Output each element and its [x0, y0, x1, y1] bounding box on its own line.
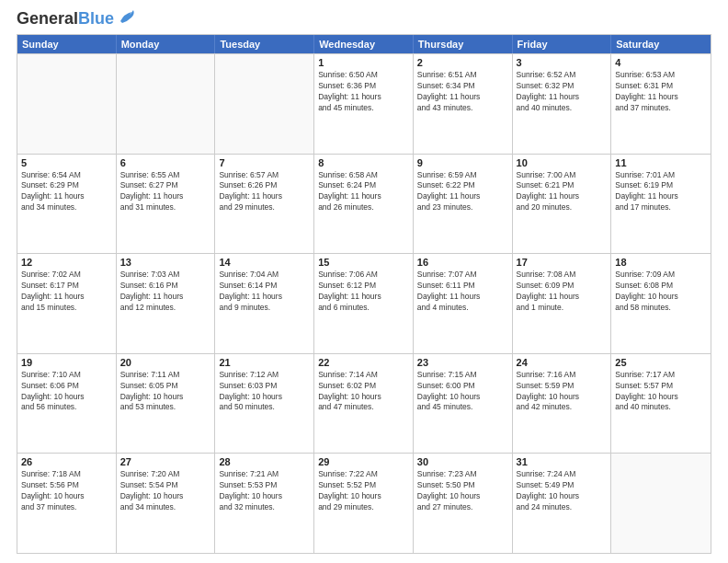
day-number: 22	[318, 357, 409, 368]
day-info: Sunrise: 7:10 AM Sunset: 6:06 PM Dayligh…	[21, 370, 112, 414]
day-info: Sunrise: 6:50 AM Sunset: 6:36 PM Dayligh…	[318, 70, 409, 114]
day-info: Sunrise: 7:00 AM Sunset: 6:21 PM Dayligh…	[517, 170, 608, 214]
cal-cell: 29Sunrise: 7:22 AM Sunset: 5:52 PM Dayli…	[314, 454, 414, 553]
cal-cell: 13Sunrise: 7:03 AM Sunset: 6:16 PM Dayli…	[117, 254, 216, 353]
day-number: 8	[318, 157, 409, 168]
cal-cell: 19Sunrise: 7:10 AM Sunset: 6:06 PM Dayli…	[17, 354, 117, 454]
day-number: 16	[417, 257, 508, 268]
day-number: 14	[219, 257, 310, 268]
calendar-body: 1Sunrise: 6:50 AM Sunset: 6:36 PM Daylig…	[17, 53, 711, 553]
day-info: Sunrise: 7:09 AM Sunset: 6:08 PM Dayligh…	[615, 270, 707, 314]
cal-cell	[611, 454, 711, 553]
cal-cell: 28Sunrise: 7:21 AM Sunset: 5:53 PM Dayli…	[215, 454, 314, 553]
day-info: Sunrise: 7:01 AM Sunset: 6:19 PM Dayligh…	[615, 170, 707, 214]
day-info: Sunrise: 6:55 AM Sunset: 6:27 PM Dayligh…	[120, 170, 211, 214]
header-day-saturday: Saturday	[611, 35, 711, 53]
cal-cell: 17Sunrise: 7:08 AM Sunset: 6:09 PM Dayli…	[513, 254, 612, 353]
logo-text: GeneralBlue	[17, 9, 114, 29]
day-info: Sunrise: 7:14 AM Sunset: 6:02 PM Dayligh…	[318, 370, 409, 414]
day-info: Sunrise: 7:06 AM Sunset: 6:12 PM Dayligh…	[318, 270, 409, 314]
cal-cell: 31Sunrise: 7:24 AM Sunset: 5:49 PM Dayli…	[513, 454, 612, 553]
day-number: 24	[517, 357, 608, 368]
day-info: Sunrise: 6:54 AM Sunset: 6:29 PM Dayligh…	[21, 170, 112, 214]
day-info: Sunrise: 6:51 AM Sunset: 6:34 PM Dayligh…	[417, 70, 508, 114]
cal-cell	[17, 54, 117, 154]
cal-cell	[215, 54, 314, 154]
day-number: 31	[517, 456, 608, 467]
cal-cell: 3Sunrise: 6:52 AM Sunset: 6:32 PM Daylig…	[513, 54, 612, 154]
day-number: 28	[219, 456, 310, 467]
day-info: Sunrise: 7:02 AM Sunset: 6:17 PM Dayligh…	[21, 270, 112, 314]
day-number: 17	[517, 257, 608, 268]
cal-cell: 23Sunrise: 7:15 AM Sunset: 6:00 PM Dayli…	[414, 354, 513, 454]
day-info: Sunrise: 7:21 AM Sunset: 5:53 PM Dayligh…	[219, 469, 310, 513]
logo-bird-icon	[117, 8, 137, 27]
calendar: SundayMondayTuesdayWednesdayThursdayFrid…	[17, 34, 711, 554]
day-number: 23	[417, 357, 508, 368]
week-row-2: 5Sunrise: 6:54 AM Sunset: 6:29 PM Daylig…	[17, 154, 711, 254]
cal-cell: 25Sunrise: 7:17 AM Sunset: 5:57 PM Dayli…	[611, 354, 711, 454]
cal-cell: 10Sunrise: 7:00 AM Sunset: 6:21 PM Dayli…	[513, 155, 612, 254]
header-day-friday: Friday	[513, 35, 612, 53]
cal-cell: 22Sunrise: 7:14 AM Sunset: 6:02 PM Dayli…	[314, 354, 414, 454]
week-row-5: 26Sunrise: 7:18 AM Sunset: 5:56 PM Dayli…	[17, 453, 711, 553]
day-number: 27	[120, 456, 211, 467]
day-info: Sunrise: 7:08 AM Sunset: 6:09 PM Dayligh…	[517, 270, 608, 314]
day-number: 1	[318, 57, 409, 68]
header: GeneralBlue	[17, 9, 711, 29]
day-number: 11	[615, 157, 707, 168]
day-number: 7	[219, 157, 310, 168]
cal-cell: 24Sunrise: 7:16 AM Sunset: 5:59 PM Dayli…	[513, 354, 612, 454]
cal-cell: 12Sunrise: 7:02 AM Sunset: 6:17 PM Dayli…	[17, 254, 117, 353]
header-day-monday: Monday	[117, 35, 216, 53]
day-number: 4	[615, 57, 707, 68]
day-info: Sunrise: 7:18 AM Sunset: 5:56 PM Dayligh…	[21, 469, 112, 513]
day-number: 12	[21, 257, 112, 268]
day-info: Sunrise: 7:17 AM Sunset: 5:57 PM Dayligh…	[615, 370, 707, 414]
cal-cell: 9Sunrise: 6:59 AM Sunset: 6:22 PM Daylig…	[414, 155, 513, 254]
day-number: 19	[21, 357, 112, 368]
day-number: 15	[318, 257, 409, 268]
cal-cell: 8Sunrise: 6:58 AM Sunset: 6:24 PM Daylig…	[314, 155, 414, 254]
week-row-3: 12Sunrise: 7:02 AM Sunset: 6:17 PM Dayli…	[17, 253, 711, 353]
cal-cell: 7Sunrise: 6:57 AM Sunset: 6:26 PM Daylig…	[215, 155, 314, 254]
day-number: 5	[21, 157, 112, 168]
day-info: Sunrise: 6:52 AM Sunset: 6:32 PM Dayligh…	[517, 70, 608, 114]
header-day-thursday: Thursday	[414, 35, 513, 53]
logo-general: General	[17, 9, 78, 28]
day-info: Sunrise: 7:11 AM Sunset: 6:05 PM Dayligh…	[120, 370, 211, 414]
day-number: 2	[417, 57, 508, 68]
cal-cell: 18Sunrise: 7:09 AM Sunset: 6:08 PM Dayli…	[611, 254, 711, 353]
cal-cell: 11Sunrise: 7:01 AM Sunset: 6:19 PM Dayli…	[611, 155, 711, 254]
day-number: 21	[219, 357, 310, 368]
logo: GeneralBlue	[17, 9, 137, 29]
cal-cell: 6Sunrise: 6:55 AM Sunset: 6:27 PM Daylig…	[117, 155, 216, 254]
day-number: 29	[318, 456, 409, 467]
day-info: Sunrise: 6:57 AM Sunset: 6:26 PM Dayligh…	[219, 170, 310, 214]
day-number: 20	[120, 357, 211, 368]
week-row-4: 19Sunrise: 7:10 AM Sunset: 6:06 PM Dayli…	[17, 353, 711, 454]
page: GeneralBlue SundayMondayTuesdayWednesday…	[0, 0, 728, 563]
day-info: Sunrise: 7:12 AM Sunset: 6:03 PM Dayligh…	[219, 370, 310, 414]
cal-cell: 2Sunrise: 6:51 AM Sunset: 6:34 PM Daylig…	[414, 54, 513, 154]
week-row-1: 1Sunrise: 6:50 AM Sunset: 6:36 PM Daylig…	[17, 53, 711, 154]
day-number: 25	[615, 357, 707, 368]
day-info: Sunrise: 7:24 AM Sunset: 5:49 PM Dayligh…	[517, 469, 608, 513]
header-day-tuesday: Tuesday	[215, 35, 314, 53]
day-info: Sunrise: 6:53 AM Sunset: 6:31 PM Dayligh…	[615, 70, 707, 114]
day-number: 10	[517, 157, 608, 168]
day-number: 13	[120, 257, 211, 268]
day-info: Sunrise: 7:15 AM Sunset: 6:00 PM Dayligh…	[417, 370, 508, 414]
day-number: 9	[417, 157, 508, 168]
cal-cell: 26Sunrise: 7:18 AM Sunset: 5:56 PM Dayli…	[17, 454, 117, 553]
day-info: Sunrise: 7:16 AM Sunset: 5:59 PM Dayligh…	[517, 370, 608, 414]
logo-blue-text: Blue	[78, 9, 114, 28]
cal-cell: 4Sunrise: 6:53 AM Sunset: 6:31 PM Daylig…	[611, 54, 711, 154]
cal-cell: 1Sunrise: 6:50 AM Sunset: 6:36 PM Daylig…	[314, 54, 414, 154]
cal-cell: 21Sunrise: 7:12 AM Sunset: 6:03 PM Dayli…	[215, 354, 314, 454]
calendar-header: SundayMondayTuesdayWednesdayThursdayFrid…	[17, 35, 711, 53]
day-number: 30	[417, 456, 508, 467]
cal-cell: 15Sunrise: 7:06 AM Sunset: 6:12 PM Dayli…	[314, 254, 414, 353]
day-info: Sunrise: 7:07 AM Sunset: 6:11 PM Dayligh…	[417, 270, 508, 314]
day-info: Sunrise: 7:20 AM Sunset: 5:54 PM Dayligh…	[120, 469, 211, 513]
